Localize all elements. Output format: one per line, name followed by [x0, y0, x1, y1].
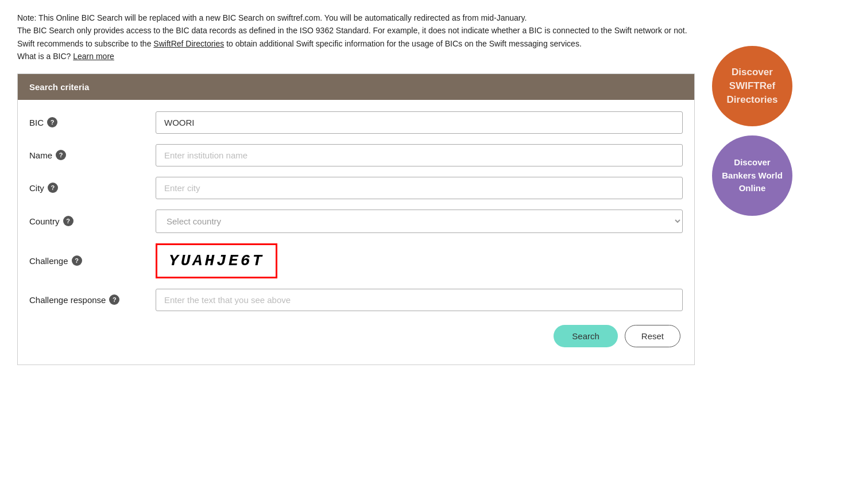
bic-input[interactable]: WOORI: [156, 111, 683, 134]
name-input-wrapper: [156, 144, 683, 166]
name-input[interactable]: [156, 144, 683, 166]
panel-header: Search criteria: [18, 74, 694, 100]
name-label: Name ?: [29, 150, 156, 160]
notice-text: Note: This Online BIC Search will be rep…: [17, 11, 695, 63]
challenge-box: YUAHJE6T: [156, 243, 277, 278]
challenge-response-row: Challenge response ?: [29, 289, 683, 311]
purple-line3: Online: [722, 182, 783, 195]
bic-label: BIC ?: [29, 117, 156, 127]
search-button[interactable]: Search: [554, 325, 618, 347]
bic-row: BIC ? WOORI: [29, 111, 683, 134]
orange-line2: SWIFTRef: [727, 79, 778, 93]
challenge-help-icon[interactable]: ?: [72, 255, 82, 266]
city-label: City ?: [29, 183, 156, 193]
challenge-response-input-wrapper: [156, 289, 683, 311]
challenge-text: YUAHJE6T: [169, 252, 264, 270]
notice-line1: Note: This Online BIC Search will be rep…: [17, 13, 527, 22]
learn-more-link[interactable]: Learn more: [73, 52, 114, 61]
country-label: Country ?: [29, 216, 156, 226]
main-content: Note: This Online BIC Search will be rep…: [17, 11, 695, 365]
challenge-label: Challenge ?: [29, 255, 156, 266]
form-body: BIC ? WOORI Name ?: [18, 100, 694, 365]
city-input[interactable]: [156, 177, 683, 199]
orange-line1: Discover: [727, 65, 778, 79]
city-input-wrapper: [156, 177, 683, 199]
challenge-response-label: Challenge response ?: [29, 294, 156, 305]
orange-line3: Directories: [727, 93, 778, 107]
country-row: Country ? Select country: [29, 210, 683, 233]
swiftref-circle[interactable]: Discover SWIFTRef Directories: [712, 46, 792, 126]
purple-line2: Bankers World: [722, 169, 783, 183]
name-row: Name ?: [29, 144, 683, 166]
what-is-bic: What is a BIC?: [17, 52, 71, 61]
bic-input-wrapper: WOORI: [156, 111, 683, 134]
country-help-icon[interactable]: ?: [63, 216, 73, 226]
notice-line2b: to obtain additional Swift specific info…: [226, 39, 582, 48]
purple-line1: Discover: [722, 156, 783, 169]
challenge-row: Challenge ? YUAHJE6T: [29, 243, 683, 278]
challenge-response-help-icon[interactable]: ?: [109, 294, 119, 305]
city-row: City ?: [29, 177, 683, 199]
bankers-world-circle[interactable]: Discover Bankers World Online: [712, 135, 792, 216]
country-input-wrapper: Select country: [156, 210, 683, 233]
swiftref-link[interactable]: SwiftRef Directories: [153, 39, 224, 48]
city-help-icon[interactable]: ?: [48, 183, 58, 193]
search-panel: Search criteria BIC ? WOORI Name: [17, 73, 695, 365]
country-select[interactable]: Select country: [156, 210, 683, 233]
challenge-response-input[interactable]: [156, 289, 683, 311]
name-help-icon[interactable]: ?: [56, 150, 66, 160]
button-row: Search Reset: [29, 325, 683, 347]
bic-help-icon[interactable]: ?: [47, 117, 57, 127]
sidebar: Discover SWIFTRef Directories Discover B…: [706, 11, 798, 365]
reset-button[interactable]: Reset: [625, 325, 680, 347]
